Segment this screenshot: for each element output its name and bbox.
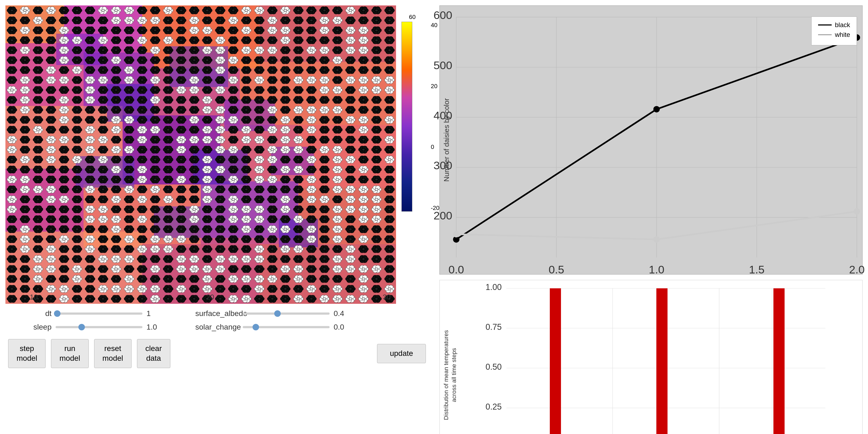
svg-point-5369: [166, 258, 170, 260]
svg-point-5887: [349, 278, 352, 280]
svg-point-4627: [349, 218, 352, 220]
svg-point-3465: [141, 168, 144, 170]
svg-point-5012: [284, 238, 287, 240]
svg-point-1673: [323, 79, 326, 81]
svg-point-3164: [362, 148, 365, 151]
svg-point-2492: [284, 119, 287, 121]
svg-point-812: [284, 39, 287, 41]
svg-point-252: [23, 19, 27, 22]
svg-point-231: [375, 9, 378, 12]
svg-point-462: [23, 29, 27, 31]
svg-point-2562: [23, 129, 27, 131]
sleep-thumb[interactable]: [79, 324, 85, 330]
svg-point-1666: [310, 79, 313, 81]
svg-point-945: [141, 49, 144, 51]
svg-point-1309: [36, 69, 40, 71]
svg-point-6062: [284, 287, 287, 290]
svg-point-4270: [75, 208, 79, 211]
svg-point-5957: [88, 287, 92, 290]
solar-change-slider[interactable]: [243, 326, 330, 328]
svg-point-6083: [323, 287, 326, 290]
svg-point-1568: [127, 79, 131, 81]
svg-point-5502: [23, 268, 27, 270]
svg-point-3836: [50, 188, 53, 191]
svg-point-1057: [349, 49, 352, 51]
svg-point-3661: [115, 178, 118, 181]
legend-white-line: [818, 34, 832, 35]
legend-black-line: [818, 24, 832, 26]
svg-point-3241: [115, 158, 118, 161]
sleep-label: sleep: [8, 323, 52, 332]
svg-point-539: [166, 29, 170, 31]
run-model-button[interactable]: runmodel: [51, 339, 88, 368]
svg-point-714: [101, 39, 105, 41]
surface-albedo-thumb[interactable]: [274, 310, 281, 317]
dt-slider[interactable]: [56, 312, 143, 315]
svg-text:400: 400: [433, 109, 452, 122]
svg-point-2947: [349, 138, 352, 141]
svg-point-938: [127, 49, 131, 51]
svg-point-2310: [336, 108, 339, 111]
svg-point-5376: [180, 258, 183, 260]
svg-point-1820: [206, 89, 209, 91]
svg-point-3794: [362, 178, 365, 181]
step-model-button[interactable]: stepmodel: [8, 339, 45, 368]
svg-point-5383: [193, 258, 196, 260]
svg-point-3129: [297, 148, 300, 151]
svg-point-4214: [362, 198, 365, 200]
svg-point-6097: [349, 287, 352, 290]
svg-point-5397: [219, 258, 222, 260]
svg-point-3122: [284, 148, 287, 151]
svg-point-2268: [258, 108, 261, 111]
svg-point-1358: [127, 69, 131, 71]
svg-point-672: [23, 39, 27, 41]
svg-point-3024: [101, 148, 105, 151]
reset-model-button[interactable]: resetmodel: [94, 339, 131, 368]
svg-point-2632: [154, 129, 157, 131]
update-button[interactable]: update: [377, 344, 426, 363]
svg-point-728: [127, 39, 131, 41]
svg-point-5775: [141, 278, 144, 280]
svg-point-532: [154, 29, 157, 31]
svg-point-5635: [271, 268, 274, 270]
svg-point-1904: [362, 89, 365, 91]
svg-point-2247: [219, 108, 222, 111]
clear-data-button[interactable]: cleardata: [137, 339, 170, 368]
svg-point-3395: [10, 168, 13, 170]
svg-point-5313: [62, 258, 66, 260]
svg-point-1148: [127, 59, 131, 61]
svg-point-5495: [10, 268, 13, 270]
svg-point-1225: [271, 59, 274, 61]
svg-point-3045: [141, 148, 144, 151]
svg-point-5663: [323, 268, 326, 270]
daisy-world-grid: [5, 5, 396, 304]
svg-point-4655: [10, 228, 13, 230]
svg-point-4116: [180, 198, 183, 200]
svg-point-1799: [166, 89, 170, 91]
svg-point-1771: [115, 89, 118, 91]
svg-point-5810: [206, 278, 209, 280]
svg-point-4529: [166, 218, 170, 220]
sleep-slider[interactable]: [56, 326, 143, 328]
svg-point-392: [284, 19, 287, 22]
svg-point-1407: [219, 69, 222, 71]
svg-point-4221: [375, 198, 378, 200]
svg-point-1533: [62, 79, 66, 81]
svg-point-2373: [62, 119, 66, 121]
svg-point-2919: [297, 138, 300, 141]
svg-point-3290: [206, 158, 209, 161]
svg-point-1715: [10, 89, 13, 91]
svg-point-5033: [323, 238, 326, 240]
svg-point-3577: [349, 168, 352, 170]
solar-change-thumb[interactable]: [252, 324, 259, 330]
svg-point-3934: [231, 188, 235, 191]
svg-point-2807: [88, 138, 92, 141]
svg-point-777: [219, 39, 222, 41]
svg-point-4711: [115, 228, 118, 230]
dt-thumb[interactable]: [54, 310, 61, 317]
surface-albedo-slider[interactable]: [243, 312, 330, 315]
svg-point-1463: [323, 69, 326, 71]
svg-point-329: [166, 19, 170, 22]
svg-point-4550: [206, 218, 209, 220]
svg-point-2254: [231, 108, 235, 111]
